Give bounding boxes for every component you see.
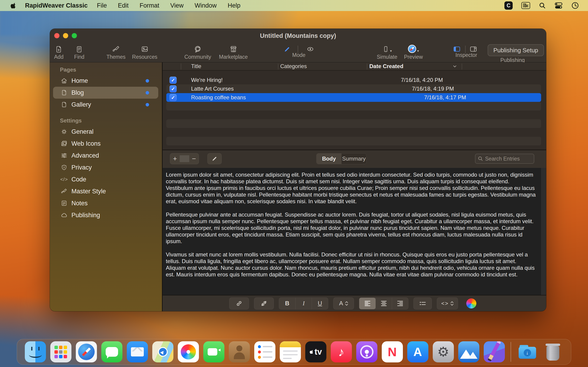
keyboard-switcher-icon[interactable]: ⌘ (521, 2, 530, 9)
empty-row[interactable] (163, 110, 546, 119)
html-markup-button[interactable]: <> (437, 298, 458, 309)
apple-menu-icon[interactable] (10, 2, 16, 9)
underline-button[interactable]: U (312, 298, 328, 309)
entry-row[interactable]: ✓ Latte Art Courses 7/16/18, 4:19 PM (163, 84, 546, 93)
empty-row[interactable] (163, 128, 546, 137)
sidebar-item-code[interactable]: </> Code (53, 173, 158, 185)
add-link-button[interactable] (229, 298, 249, 309)
sidebar-item-web-icons[interactable]: Web Icons (53, 138, 158, 150)
column-date-created[interactable]: Date Created (369, 63, 403, 69)
close-button[interactable] (54, 33, 60, 38)
bold-button[interactable]: B (279, 298, 295, 309)
clock-icon[interactable] (571, 2, 579, 9)
remove-entry-button[interactable]: − (189, 154, 199, 164)
menubar-app-name[interactable]: RapidWeaver Classic (25, 2, 88, 9)
preview-button[interactable]: ▾ Preview (404, 43, 423, 60)
zoom-button[interactable] (72, 33, 77, 38)
sidebar-item-general[interactable]: General (53, 126, 158, 138)
sidebar-section-settings: Settings (50, 116, 162, 126)
tab-summary[interactable]: Summary (342, 153, 367, 164)
sidebar-section-pages: Pages (50, 65, 162, 75)
dock-downloads-folder-icon[interactable]: ↓ (517, 341, 538, 362)
dock-system-settings-icon[interactable]: ⚙ (433, 341, 454, 362)
entry-checkbox[interactable]: ✓ (170, 77, 177, 84)
dock-reminders-icon[interactable] (254, 341, 275, 362)
dock-mountains-app-icon[interactable] (458, 341, 479, 362)
sidebar-item-notes[interactable]: Notes (53, 197, 158, 209)
entry-row[interactable]: ✓ We're Hiring! 7/16/18, 4:20 PM (163, 76, 546, 84)
add-entry-button[interactable]: + (170, 154, 180, 164)
sidebar-item-master-style[interactable]: Master Style (53, 185, 158, 197)
spotlight-search-icon[interactable] (539, 2, 546, 9)
dock-appstore-icon[interactable]: A (407, 341, 428, 362)
italic-button[interactable]: I (295, 298, 312, 309)
rapidweaver-status-icon[interactable]: C (504, 1, 513, 10)
themes-button[interactable]: Themes (106, 43, 125, 60)
dock-mail-icon[interactable] (127, 341, 148, 362)
menu-edit[interactable]: Edit (118, 2, 129, 9)
marketplace-button[interactable]: Marketplace (219, 43, 248, 60)
tab-body[interactable]: Body (317, 153, 342, 164)
column-title[interactable]: Title (191, 63, 201, 69)
dock-photos-icon[interactable] (178, 341, 199, 362)
search-entries-input[interactable] (485, 156, 531, 162)
dock-trash-icon[interactable] (542, 341, 563, 362)
editor-scrollbar[interactable] (541, 168, 546, 295)
dock-music-icon[interactable]: ♪ (331, 341, 352, 362)
body-editor[interactable]: Lorem ipsum dolor sit amet, consectetur … (163, 168, 546, 295)
align-left-button[interactable] (359, 298, 376, 309)
dock-maps-icon[interactable] (152, 341, 173, 362)
dock-appletv-icon[interactable]: tv (305, 341, 326, 362)
sidebar-item-advanced[interactable]: Advanced (53, 150, 158, 161)
inspector-left-panel-icon (453, 43, 461, 53)
edit-mode-button[interactable] (284, 43, 291, 54)
empty-row[interactable] (163, 102, 546, 110)
text-color-button[interactable] (463, 298, 480, 309)
control-center-icon[interactable] (554, 2, 563, 9)
entry-checkbox[interactable]: ✓ (170, 85, 177, 92)
dock-facetime-icon[interactable] (203, 341, 225, 362)
simulate-button[interactable]: ▾ Simulate (377, 43, 397, 60)
preview-mode-button[interactable] (306, 43, 314, 54)
menu-window[interactable]: Window (195, 2, 216, 9)
resources-button[interactable]: Resources (132, 43, 157, 60)
menu-view[interactable]: View (170, 2, 183, 9)
search-field (475, 154, 534, 164)
dock-launchpad-icon[interactable] (50, 341, 71, 362)
edit-entry-button[interactable] (208, 153, 222, 164)
add-button[interactable]: Add (54, 43, 64, 60)
publishing-setup-button[interactable]: Publishing Setup (488, 44, 544, 56)
entry-row-selected[interactable]: ✓ Roasting coffee beans 7/16/18, 4:17 PM (163, 93, 546, 102)
align-right-button[interactable] (392, 298, 408, 309)
dock-safari-icon[interactable] (76, 341, 97, 362)
dock-finder-icon[interactable] (25, 341, 46, 362)
sidebar-item-gallery[interactable]: Gallery (53, 99, 158, 110)
find-button[interactable]: Find (74, 43, 85, 60)
sidebar-item-label: Web Icons (71, 140, 101, 147)
menu-file[interactable]: File (97, 2, 107, 9)
remove-link-button[interactable] (254, 298, 274, 309)
sidebar-item-home[interactable]: Home (53, 75, 158, 87)
column-categories[interactable]: Categories (280, 63, 307, 69)
list-style-button[interactable] (414, 298, 432, 309)
minimize-button[interactable] (63, 33, 68, 38)
dock-news-icon[interactable]: N (382, 341, 403, 362)
dock-rapidweaver-icon[interactable] (484, 341, 505, 362)
entry-checkbox[interactable]: ✓ (170, 94, 177, 101)
sidebar-item-publishing[interactable]: Publishing (53, 209, 158, 221)
simulate-label: Simulate (377, 54, 397, 60)
community-button[interactable]: Community (184, 43, 211, 60)
sidebar-item-blog[interactable]: Blog (53, 87, 158, 99)
empty-row[interactable] (163, 119, 546, 128)
dock-contacts-icon[interactable] (229, 341, 250, 362)
empty-row[interactable] (163, 137, 546, 145)
dock-podcasts-icon[interactable] (356, 341, 377, 362)
find-label: Find (74, 54, 85, 60)
dock-messages-icon[interactable] (101, 341, 122, 362)
align-center-button[interactable] (376, 298, 392, 309)
menu-help[interactable]: Help (228, 2, 241, 9)
sidebar-item-privacy[interactable]: Privacy (53, 161, 158, 173)
dock-notes-icon[interactable] (280, 341, 301, 362)
menu-format[interactable]: Format (140, 2, 159, 9)
font-size-button[interactable]: A (333, 298, 354, 309)
